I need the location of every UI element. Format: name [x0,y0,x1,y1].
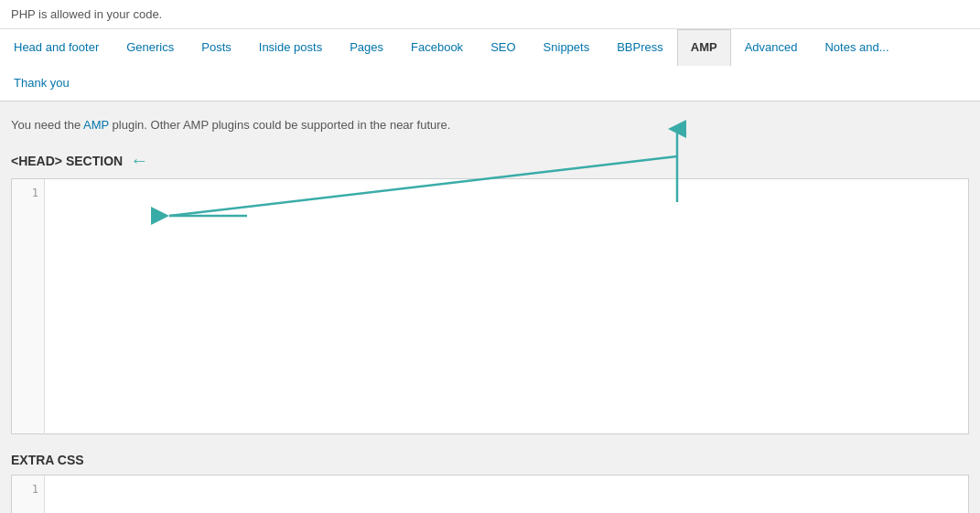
css-line-number-1: 1 [17,483,38,496]
tabs-bar: Head and footer Generics Posts Inside po… [0,29,980,102]
tab-head-and-footer[interactable]: Head and footer [0,29,113,65]
amp-notice: You need the AMP plugin. Other AMP plugi… [11,116,969,135]
amp-plugin-link[interactable]: AMP [83,118,109,132]
extra-css-label: EXTRA CSS [11,453,969,467]
css-line-numbers: 1 [12,476,45,513]
tab-inside-posts[interactable]: Inside posts [245,29,336,65]
content-area: You need the AMP plugin. Other AMP plugi… [0,102,980,513]
tab-advanced[interactable]: Advanced [731,29,812,65]
head-section-editor[interactable]: 1 [11,178,969,434]
tab-bbpress[interactable]: BBPress [603,29,677,65]
tab-seo[interactable]: SEO [477,29,529,65]
css-code-input[interactable] [45,476,968,513]
tab-facebook[interactable]: Facebook [397,29,477,65]
head-line-numbers: 1 [12,179,45,433]
tab-generics[interactable]: Generics [113,29,188,65]
tab-notes-and[interactable]: Notes and... [811,29,902,65]
tab-amp[interactable]: AMP [677,29,731,66]
tab-pages[interactable]: Pages [336,29,397,65]
line-number-1: 1 [17,187,38,199]
tab-snippets[interactable]: Snippets [530,29,604,65]
head-section-label: <HEAD> SECTION ← [11,150,969,171]
tab-thank-you[interactable]: Thank you [0,65,83,101]
tab-posts[interactable]: Posts [188,29,245,65]
extra-css-editor[interactable]: 1 [11,475,969,513]
head-code-input[interactable] [45,179,968,433]
top-notice: PHP is allowed in your code. [0,0,980,29]
left-arrow-icon: ← [130,150,148,171]
